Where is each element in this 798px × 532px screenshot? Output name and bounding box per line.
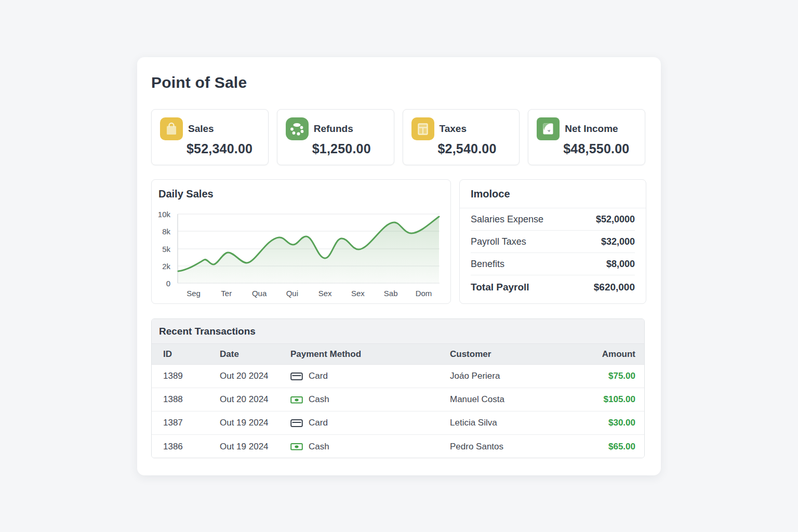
y-tick: 0 [166,279,170,288]
stat-card-net-income: Net Income $48,550.00 [528,109,645,165]
chart-title: Daily Sales [158,188,214,200]
y-tick: 10k [158,210,170,219]
transaction-amount: $30.00 [600,418,635,428]
chart-y-axis: 10k 8k 5k 2k 0 [152,212,174,285]
x-tick: Dom [407,289,440,298]
payment-method-icon [290,442,303,451]
y-tick: 2k [162,262,170,271]
payroll-row-salaries: Salaries Expense $52,0000 [471,208,635,231]
chart-x-axis: Seg Ter Qua Qui Sex Sex Sab Dom [177,289,440,298]
payroll-row-label: Benefits [471,259,504,270]
payroll-row-label: Salaries Expense [471,214,543,225]
transaction-amount: $75.00 [600,371,635,381]
shopping-bag-icon [160,117,183,140]
transaction-id: 1388 [163,394,220,405]
payment-method-label: Cash [309,394,329,405]
transaction-date: Out 20 2024 [220,371,290,381]
stat-card-taxes: Taxes $2,540.00 [403,109,520,165]
stat-label: Refunds [314,123,353,135]
stat-label: Net Income [565,123,618,135]
stat-value: $2,540.00 [438,141,497,156]
column-header-customer: Customer [450,349,600,360]
stat-value: $1,250.00 [312,141,371,156]
y-tick: 8k [162,227,170,236]
payroll-row-value: $8,000 [606,259,635,270]
pos-dashboard-card: Point of Sale Sales $52,340.00 [137,57,661,475]
column-header-date: Date [220,349,290,360]
payment-method-label: Cash [309,442,329,452]
payroll-total-label: Total Payroll [471,282,529,293]
payment-method-label: Card [309,371,328,381]
transaction-row: 1388 Out 20 2024 Cash Manuel Costa $105.… [152,388,644,411]
x-tick: Ter [210,289,243,298]
payroll-row-value: $52,0000 [596,214,635,225]
daily-sales-panel: Daily Sales 10k 8k 5k 2k 0 [151,179,451,304]
stat-value: $52,340.00 [187,141,252,156]
middle-row: Daily Sales 10k 8k 5k 2k 0 [151,179,646,304]
transaction-method: Card [290,418,450,428]
daily-sales-area-chart [177,212,440,285]
transaction-row: 1389 Out 20 2024 Card Joáo Periera $75.0… [152,365,644,388]
transaction-date: Out 20 2024 [220,394,290,405]
payroll-rows: Salaries Expense $52,0000 Payroll Taxes … [460,208,646,299]
payment-method-icon [290,371,303,381]
payroll-row-benefits: Benefits $8,000 [471,253,635,275]
payment-method-label: Card [309,418,328,428]
transaction-customer: Joáo Periera [450,371,600,381]
transaction-method: Cash [290,394,450,405]
transaction-amount: $105.00 [600,394,635,405]
x-tick: Qui [276,289,309,298]
payroll-summary-panel: Imoloce Salaries Expense $52,0000 Payrol… [459,179,646,304]
page-title: Point of Sale [151,74,247,91]
payment-method-icon [290,418,303,428]
transaction-date: Out 19 2024 [220,418,290,428]
transaction-method: Cash [290,442,450,452]
payroll-row-taxes: Payroll Taxes $32,000 [471,231,635,253]
x-tick: Sex [309,289,341,298]
transaction-date: Out 19 2024 [220,442,290,452]
payroll-title: Imoloce [471,188,510,200]
payroll-row-total: Total Payroll $620,000 [471,275,635,299]
transaction-amount: $65.00 [600,442,635,452]
column-header-amount: Amount [600,349,635,360]
stat-card-refunds: Refunds $1,250.00 [277,109,394,165]
stat-card-sales: Sales $52,340.00 [151,109,269,165]
transactions-header-row: ID Date Payment Method Customer Amount [152,344,644,365]
transactions-title: Recent Transactions [152,319,644,344]
y-tick: 5k [162,245,170,254]
payroll-total-value: $620,000 [594,282,635,293]
transaction-customer: Manuel Costa [450,394,600,405]
payroll-row-value: $32,000 [601,236,635,247]
x-tick: Qua [243,289,276,298]
column-header-id: ID [163,349,220,360]
net-income-document-icon [537,117,560,140]
column-header-method: Payment Method [290,349,450,360]
receipt-icon [411,117,434,140]
transaction-id: 1387 [163,418,220,428]
recent-transactions-panel: Recent Transactions ID Date Payment Meth… [151,318,645,458]
stat-label: Sales [188,123,214,135]
stats-row: Sales $52,340.00 Refunds $1,250.00 [151,109,645,165]
stat-label: Taxes [440,123,467,135]
transaction-customer: Leticia Silva [450,418,600,428]
payroll-row-label: Payroll Taxes [471,236,526,247]
x-tick: Seg [177,289,210,298]
transaction-customer: Pedro Santos [450,442,600,452]
payroll-panel-header: Imoloce [460,180,646,208]
x-tick: Sab [375,289,407,298]
transaction-id: 1389 [163,371,220,381]
transaction-id: 1386 [163,442,220,452]
x-tick: Sex [341,289,374,298]
transaction-row: 1386 Out 19 2024 Cash Pedro Santos $65.0… [152,435,644,458]
transaction-row: 1387 Out 19 2024 Card Leticia Silva $30.… [152,411,644,435]
transaction-method: Card [290,371,450,381]
stat-value: $48,550.00 [563,141,629,156]
refund-icon [286,117,309,140]
payment-method-icon [290,395,303,405]
